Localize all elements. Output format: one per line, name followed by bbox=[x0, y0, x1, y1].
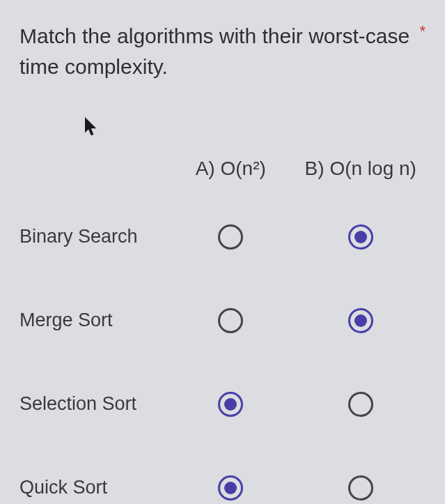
grid-row-selection-sort: Selection Sort bbox=[19, 374, 426, 434]
radio-merge-sort-a[interactable] bbox=[218, 308, 243, 333]
required-indicator: * bbox=[419, 22, 426, 40]
radio-merge-sort-b[interactable] bbox=[348, 308, 373, 333]
radio-binary-search-b[interactable] bbox=[348, 224, 373, 250]
radio-selection-sort-a[interactable] bbox=[218, 392, 243, 417]
column-header-a: A) O(n²) bbox=[196, 158, 266, 180]
radio-quick-sort-b[interactable] bbox=[348, 475, 373, 501]
row-label: Selection Sort bbox=[19, 392, 166, 416]
row-label: Quick Sort bbox=[19, 475, 166, 500]
grid-header-row: A) O(n²) B) O(n log n) bbox=[19, 148, 426, 190]
row-label: Merge Sort bbox=[19, 308, 166, 333]
grid-row-merge-sort: Merge Sort bbox=[19, 291, 426, 351]
grid-row-binary-search: Binary Search bbox=[19, 207, 426, 267]
matching-grid: A) O(n²) B) O(n log n) Binary Search Mer… bbox=[19, 148, 426, 504]
row-label: Binary Search bbox=[19, 224, 166, 249]
radio-selection-sort-b[interactable] bbox=[348, 392, 373, 417]
column-header-b: B) O(n log n) bbox=[305, 158, 416, 180]
radio-binary-search-a[interactable] bbox=[218, 224, 243, 250]
radio-quick-sort-a[interactable] bbox=[218, 475, 243, 501]
question-text: Match the algorithms with their worst-ca… bbox=[19, 21, 412, 82]
cursor-icon bbox=[84, 117, 100, 138]
grid-row-quick-sort: Quick Sort bbox=[19, 458, 426, 504]
